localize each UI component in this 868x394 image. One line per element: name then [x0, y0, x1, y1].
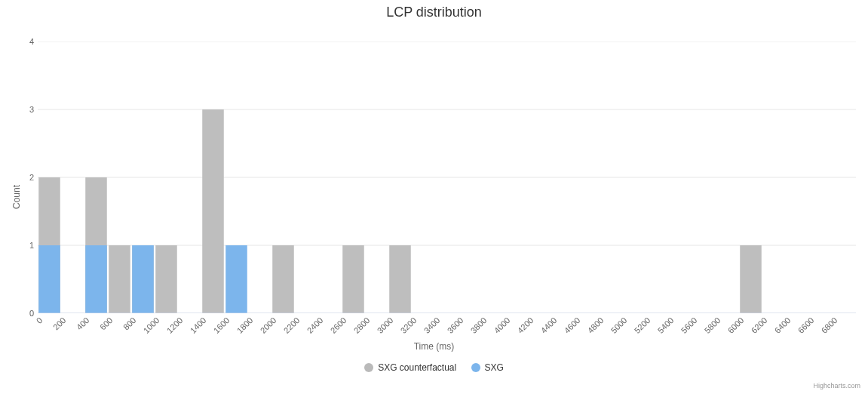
- bar-sxg: [38, 245, 60, 313]
- y-tick-label: 0: [4, 309, 34, 318]
- chart-title: LCP distribution: [0, 5, 868, 20]
- x-tick-label: 1000: [142, 316, 161, 335]
- x-tick-label: 1600: [212, 316, 232, 335]
- x-tick-label: 2600: [329, 316, 348, 335]
- x-tick-label: 200: [51, 316, 67, 331]
- bar-sxg-counterfactual: [202, 109, 224, 313]
- circle-icon: [364, 363, 373, 372]
- x-tick-label: 6600: [796, 316, 816, 335]
- bar-sxg: [85, 245, 107, 313]
- bar-sxg-counterfactual: [389, 245, 411, 313]
- x-tick-label: 4800: [586, 316, 606, 335]
- legend-item-sxg-counterfactual[interactable]: SXG counterfactual: [364, 362, 456, 373]
- legend-label: SXG counterfactual: [378, 362, 456, 373]
- x-tick-label: 3800: [469, 316, 489, 335]
- x-tick-label: 5200: [633, 316, 652, 335]
- x-axis-label: Time (ms): [0, 341, 868, 352]
- legend-item-sxg[interactable]: SXG: [471, 362, 504, 373]
- bar-sxg-counterfactual: [272, 245, 294, 313]
- x-tick-label: 6400: [773, 316, 793, 335]
- lcp-distribution-chart: LCP distribution Count 01234 02004006008…: [0, 0, 868, 394]
- y-tick-label: 4: [4, 37, 34, 46]
- x-tick-label: 5000: [609, 316, 629, 335]
- x-tick-label: 0: [35, 316, 44, 325]
- x-tick-label: 3600: [446, 316, 465, 335]
- x-tick-label: 600: [98, 316, 114, 331]
- legend-label: SXG: [485, 362, 504, 373]
- x-tick-label: 6800: [820, 316, 839, 335]
- x-tick-label: 4000: [492, 316, 512, 335]
- bar-sxg-counterfactual: [109, 245, 130, 313]
- x-tick-label: 2400: [305, 316, 325, 335]
- x-tick-label: 6000: [726, 316, 746, 335]
- bar-sxg-counterfactual: [740, 245, 762, 313]
- bar-sxg: [132, 245, 154, 313]
- y-tick-label: 1: [4, 241, 34, 250]
- credits-link[interactable]: Highcharts.com: [813, 382, 860, 389]
- y-tick-label: 2: [4, 173, 34, 182]
- bar-sxg: [225, 245, 247, 313]
- x-tick-label: 2800: [352, 316, 372, 335]
- x-tick-label: 3400: [422, 316, 442, 335]
- circle-icon: [471, 363, 480, 372]
- y-tick-label: 3: [4, 105, 34, 114]
- x-tick-label: 1200: [165, 316, 185, 335]
- bar-sxg-counterfactual: [155, 245, 177, 313]
- x-tick-label: 5400: [656, 316, 676, 335]
- x-tick-label: 5600: [679, 316, 699, 335]
- x-tick-label: 2000: [259, 316, 278, 335]
- x-tick-label: 3200: [399, 316, 419, 335]
- x-tick-label: 1800: [235, 316, 255, 335]
- plot-area: [38, 42, 856, 313]
- x-tick-label: 1400: [189, 316, 208, 335]
- x-tick-label: 2200: [282, 316, 302, 335]
- bar-sxg-counterfactual: [342, 245, 364, 313]
- x-tick-label: 5800: [703, 316, 722, 335]
- x-tick-label: 4400: [539, 316, 559, 335]
- x-tick-label: 3000: [376, 316, 395, 335]
- y-axis-label: Count: [11, 185, 22, 209]
- x-tick-label: 6200: [750, 316, 769, 335]
- legend: SXG counterfactual SXG: [0, 362, 868, 374]
- x-tick-label: 400: [75, 316, 90, 331]
- x-tick-label: 4200: [516, 316, 535, 335]
- x-tick-label: 800: [121, 316, 137, 331]
- x-tick-label: 4600: [563, 316, 582, 335]
